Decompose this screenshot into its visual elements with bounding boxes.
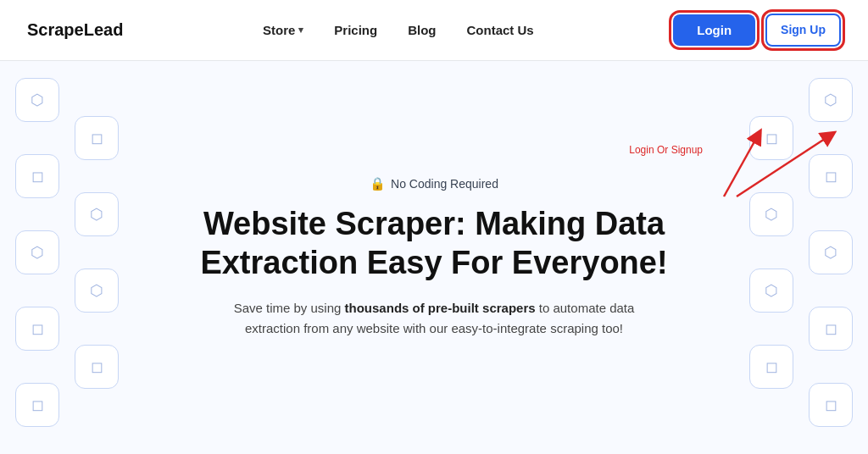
- grid-icon: ◻: [15, 383, 59, 427]
- nav-pricing-link[interactable]: Pricing: [334, 23, 377, 37]
- site-logo: ScrapeLead: [27, 20, 123, 40]
- signup-button[interactable]: Sign Up: [765, 14, 841, 46]
- annotation-label: Login Or Signup: [629, 144, 703, 156]
- nav-blog-link[interactable]: Blog: [408, 23, 436, 37]
- hero-section: ⬡ ◻ ⬡ ◻ ◻ ◻ ⬡ ⬡ ◻ ⬡ ◻ ⬡ ◻ ◻ ◻ ⬡ ⬡ ◻ 🔒 No…: [0, 61, 868, 454]
- svg-line-0: [724, 136, 758, 197]
- nav-store-link[interactable]: Store ▾: [263, 23, 303, 37]
- nav-contact-link[interactable]: Contact Us: [467, 23, 534, 37]
- navbar: ScrapeLead Store ▾ Pricing Blog Contact …: [0, 0, 868, 61]
- grid-icon: ⬡: [75, 192, 119, 236]
- grid-icon: ◻: [809, 383, 853, 427]
- hero-subtitle: Save time by using thousands of pre-buil…: [231, 298, 637, 339]
- grid-icon: ⬡: [15, 78, 59, 122]
- grid-icon: ◻: [809, 154, 853, 198]
- grid-icon: ⬡: [749, 192, 793, 236]
- grid-icon: ⬡: [809, 78, 853, 122]
- svg-line-1: [737, 136, 830, 197]
- grid-icon: ◻: [75, 345, 119, 389]
- grid-icon: ⬡: [75, 269, 119, 313]
- grid-icon: ◻: [15, 154, 59, 198]
- hero-title: Website Scraper: Making Data Extraction …: [180, 205, 688, 282]
- chevron-down-icon: ▾: [298, 25, 303, 36]
- grid-icon: ◻: [749, 345, 793, 389]
- grid-icon: ◻: [75, 116, 119, 160]
- lock-icon: 🔒: [370, 176, 386, 191]
- grid-icon: ◻: [809, 307, 853, 351]
- nav-links: Store ▾ Pricing Blog Contact Us: [263, 23, 534, 37]
- hero-badge: 🔒 No Coding Required: [180, 176, 688, 191]
- grid-icon: ◻: [749, 116, 793, 160]
- grid-icon: ◻: [15, 307, 59, 351]
- nav-actions: Login Sign Up: [673, 14, 841, 46]
- grid-icon: ⬡: [809, 230, 853, 274]
- grid-icon: ⬡: [15, 230, 59, 274]
- hero-content: 🔒 No Coding Required Website Scraper: Ma…: [180, 176, 688, 338]
- grid-icon: ⬡: [749, 269, 793, 313]
- login-button[interactable]: Login: [673, 14, 755, 46]
